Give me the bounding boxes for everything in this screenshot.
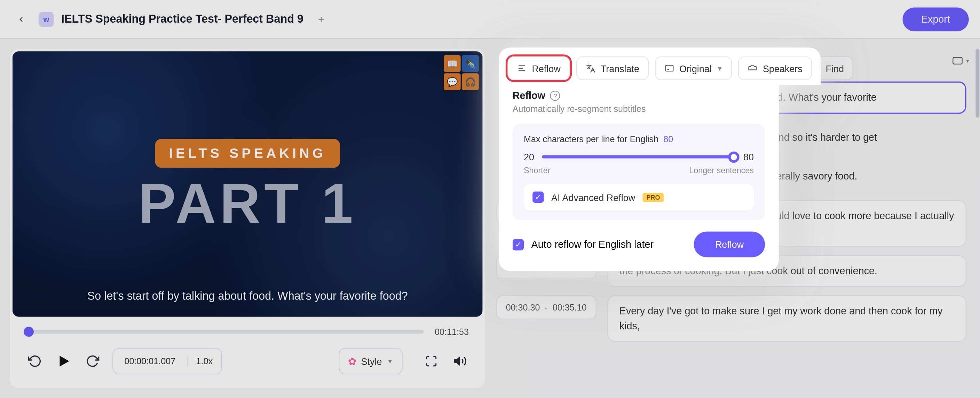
back-button[interactable] [13, 10, 30, 28]
pro-badge: PRO [643, 192, 663, 202]
slider-min-label: Shorter [524, 166, 550, 175]
original-tool-button[interactable]: Original ▼ [655, 56, 732, 80]
captions-icon [953, 56, 963, 66]
reflow-settings-card: Max characters per line for English 80 2… [512, 124, 765, 221]
timecode-value: 00:00:01.007 [113, 356, 187, 366]
video-frame[interactable]: 📖 ✒️ 💬 🎧 IELTS SPEAKING PART 1 So let's … [13, 51, 483, 317]
slider-max: 80 [743, 152, 754, 162]
reflow-popover: Reflow Translate Original ▼ Speakers [499, 47, 821, 271]
video-big-title: PART 1 [13, 171, 483, 236]
popover-title: Reflow [512, 90, 545, 101]
chevron-left-icon [17, 14, 25, 23]
svg-rect-5 [665, 65, 673, 71]
svg-marker-2 [60, 356, 69, 367]
original-icon [664, 63, 675, 73]
ai-reflow-label: AI Advanced Reflow [551, 192, 635, 203]
scrollbar-thumb[interactable] [976, 49, 980, 118]
reflow-tool-button[interactable]: Reflow [508, 56, 570, 80]
reflow-label: Reflow [532, 63, 560, 74]
scrollbar[interactable] [975, 39, 980, 398]
ai-reflow-checkbox[interactable]: ✓ [533, 192, 544, 203]
ai-reflow-row[interactable]: ✓ AI Advanced Reflow PRO [524, 184, 754, 210]
rewind-button[interactable] [26, 352, 43, 370]
seek-thumb[interactable] [24, 327, 34, 337]
style-button[interactable]: ✿ Style ▼ [339, 348, 402, 374]
play-button[interactable] [55, 352, 72, 370]
badge-pen-icon: ✒️ [462, 55, 479, 72]
play-icon [56, 353, 72, 369]
max-chars-slider[interactable] [542, 155, 736, 158]
flower-icon: ✿ [348, 355, 356, 367]
export-button[interactable]: Export [902, 7, 969, 31]
video-title-badge: IELTS SPEAKING [155, 139, 340, 168]
video-duration: 00:11:53 [435, 327, 469, 337]
auto-reflow-checkbox[interactable]: ✓ [512, 239, 524, 250]
style-label: Style [361, 356, 382, 367]
timecode-box[interactable]: 00:00:01.007 1.0x [112, 348, 222, 374]
svg-rect-4 [953, 58, 962, 64]
slider-min: 20 [524, 152, 534, 162]
video-panel: 📖 ✒️ 💬 🎧 IELTS SPEAKING PART 1 So let's … [10, 49, 485, 388]
transcript-timestamp[interactable]: 00:30.30 - 00:35.10 [496, 296, 596, 319]
badge-headphones-icon: 🎧 [462, 73, 479, 90]
speakers-label: Speakers [763, 63, 802, 74]
slider-max-label: Longer sentences [689, 166, 754, 175]
translate-icon [586, 63, 596, 73]
translate-label: Translate [601, 63, 639, 74]
volume-button[interactable] [451, 352, 469, 370]
translate-tool-button[interactable]: Translate [576, 56, 649, 80]
page-title: IELTS Speaking Practice Test- Perfect Ba… [61, 13, 304, 26]
add-button[interactable] [313, 11, 330, 27]
seek-bar[interactable] [26, 330, 423, 334]
transcript-row: 00:30.30 - 00:35.10 Every day I've got t… [496, 296, 966, 342]
max-chars-label: Max characters per line for English [524, 134, 659, 144]
popover-subtitle: Automatically re-segment subtitles [512, 104, 765, 114]
chevron-down-icon: ▼ [387, 358, 393, 364]
top-bar: w IELTS Speaking Practice Test- Perfect … [0, 0, 980, 39]
main: 📖 ✒️ 💬 🎧 IELTS SPEAKING PART 1 So let's … [0, 39, 980, 398]
app-badge: w [39, 11, 54, 27]
transcript-text[interactable]: Every day I've got to make sure I get my… [608, 296, 966, 342]
forward-button[interactable] [84, 352, 101, 370]
fullscreen-button[interactable] [423, 352, 440, 370]
speakers-tool-button[interactable]: Speakers [738, 56, 812, 80]
volume-icon [453, 355, 467, 368]
speed-value[interactable]: 1.0x [187, 356, 221, 366]
find-label: Find [826, 63, 844, 74]
plus-icon [317, 14, 326, 23]
forward-icon [86, 355, 100, 368]
original-label: Original [679, 63, 712, 74]
help-icon[interactable]: ? [550, 91, 560, 101]
badge-book-icon: 📖 [444, 55, 460, 72]
reflow-action-button[interactable]: Reflow [694, 232, 765, 257]
svg-marker-3 [454, 357, 460, 365]
speakers-icon [748, 63, 758, 73]
chevron-down-icon: ▼ [717, 65, 723, 72]
captions-toggle[interactable]: ▼ [953, 56, 970, 66]
fullscreen-icon [425, 355, 438, 367]
auto-reflow-label: Auto reflow for English later [531, 239, 654, 250]
badge-chat-icon: 💬 [444, 73, 460, 90]
reflow-icon [517, 63, 527, 73]
rewind-icon [28, 355, 42, 368]
video-corner-badges: 📖 ✒️ 💬 🎧 [444, 55, 479, 90]
max-chars-value: 80 [663, 134, 673, 144]
video-caption: So let's start off by talking about food… [13, 290, 483, 303]
chevron-down-icon: ▼ [965, 58, 970, 64]
slider-thumb[interactable] [729, 151, 740, 162]
